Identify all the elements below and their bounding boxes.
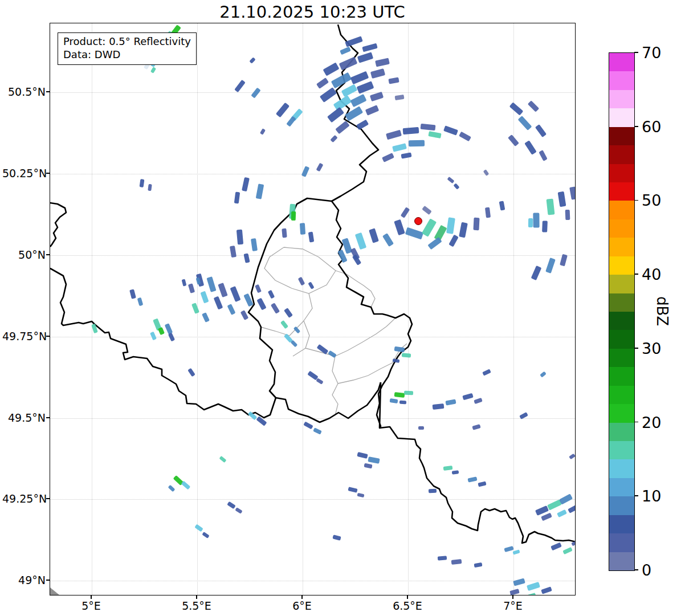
radar-echo xyxy=(418,426,424,430)
radar-echo xyxy=(541,513,552,521)
radar-echo xyxy=(365,105,380,116)
radar-echo xyxy=(332,535,341,540)
admin-border xyxy=(264,247,336,293)
colorbar-segment xyxy=(609,423,634,441)
radar-echo xyxy=(539,150,547,161)
radar-echo xyxy=(303,421,313,429)
radar-echo xyxy=(473,218,479,230)
radar-echo xyxy=(448,234,458,247)
colorbar-tick-label: 0 xyxy=(642,561,651,579)
radar-echo xyxy=(560,254,568,266)
radar-echo xyxy=(357,81,374,93)
radar-echo xyxy=(388,77,399,84)
radar-echo xyxy=(202,312,210,323)
radar-echo xyxy=(182,279,187,286)
radar-echo xyxy=(369,228,379,243)
radar-echo xyxy=(181,480,191,489)
radar-echo xyxy=(168,485,176,492)
radar-echo xyxy=(558,191,566,206)
radar-echo xyxy=(568,504,576,513)
radar-echo xyxy=(402,353,411,357)
radar-echo xyxy=(569,454,576,459)
radar-echo xyxy=(557,509,567,517)
radar-echo xyxy=(227,304,236,315)
radar-echo xyxy=(485,207,491,218)
radar-echo xyxy=(352,254,361,265)
colorbar-tick-label: 70 xyxy=(642,44,661,62)
radar-echo xyxy=(452,470,459,475)
product-label: Product: 0.5° Reflectivity xyxy=(63,35,191,48)
radar-echo xyxy=(528,218,533,227)
radar-echo xyxy=(531,266,542,280)
radar-echo xyxy=(218,283,227,297)
country-border xyxy=(380,427,576,543)
radar-echo xyxy=(355,232,367,250)
lat-tick-label: 50.5°N xyxy=(2,85,46,98)
colorbar-segment xyxy=(609,459,634,478)
radar-echo xyxy=(308,232,315,243)
gridline-vertical xyxy=(92,23,92,595)
lat-tick-mark xyxy=(46,498,50,499)
radar-echo xyxy=(219,456,226,463)
radar-echo xyxy=(345,36,363,47)
radar-echo xyxy=(260,128,266,135)
colorbar-tick-mark xyxy=(634,495,638,496)
radar-echo xyxy=(255,284,262,293)
gridline-horizontal xyxy=(50,255,575,256)
lon-tick-label: 6.5°E xyxy=(393,599,422,612)
radar-echo xyxy=(446,217,455,234)
country-border xyxy=(50,268,276,418)
lat-tick-mark xyxy=(46,336,50,337)
radar-echo xyxy=(240,310,249,320)
radar-echo xyxy=(331,72,352,89)
colorbar-segment xyxy=(609,441,634,459)
radar-echo xyxy=(382,153,394,162)
radar-echo xyxy=(200,291,209,303)
radar-echo xyxy=(478,481,486,487)
colorbar-unit-label: dBZ xyxy=(654,296,671,326)
radar-echo xyxy=(348,487,357,493)
radar-echo xyxy=(422,206,432,215)
radar-echo xyxy=(234,192,240,204)
radar-echo xyxy=(370,68,385,79)
radar-echo xyxy=(150,331,157,340)
country-border xyxy=(248,198,381,422)
lon-tick-mark xyxy=(91,595,92,599)
gridline-horizontal xyxy=(50,92,575,93)
radar-echo xyxy=(482,369,491,376)
colorbar-segment xyxy=(609,145,634,164)
country-border xyxy=(50,203,66,247)
radar-echo xyxy=(345,106,363,121)
radar-echo xyxy=(422,218,437,236)
radar-echo xyxy=(362,43,377,52)
radar-echo xyxy=(404,390,413,395)
colorbar-segment xyxy=(609,275,634,293)
radar-echo xyxy=(405,227,424,239)
radar-echo xyxy=(191,303,199,314)
gridline-vertical xyxy=(408,23,409,595)
country-borders-layer xyxy=(50,23,576,595)
radar-echo xyxy=(286,116,296,127)
radar-echo xyxy=(508,134,519,146)
lat-tick-label: 49°N xyxy=(2,574,46,586)
radar-echo xyxy=(524,140,537,155)
radar-echo xyxy=(569,186,576,199)
radar-echo xyxy=(129,289,136,299)
colorbar-segment xyxy=(609,312,634,330)
gridline-horizontal xyxy=(50,174,575,174)
radar-echo xyxy=(350,71,369,84)
radar-echo xyxy=(316,378,323,384)
radar-echo xyxy=(541,586,552,594)
gridline-horizontal xyxy=(50,581,575,581)
colorbar-segment xyxy=(609,71,634,89)
radar-echo xyxy=(513,578,525,586)
radar-echo xyxy=(518,116,532,130)
radar-echo xyxy=(282,229,287,238)
colorbar-segment xyxy=(609,201,634,219)
colorbar-segment xyxy=(609,386,634,404)
radar-echo xyxy=(341,84,358,97)
colorbar-segment xyxy=(609,552,634,570)
radar-echo xyxy=(565,210,570,220)
colorbar-segment xyxy=(609,496,634,515)
lon-tick-label: 5.5°E xyxy=(182,599,211,612)
